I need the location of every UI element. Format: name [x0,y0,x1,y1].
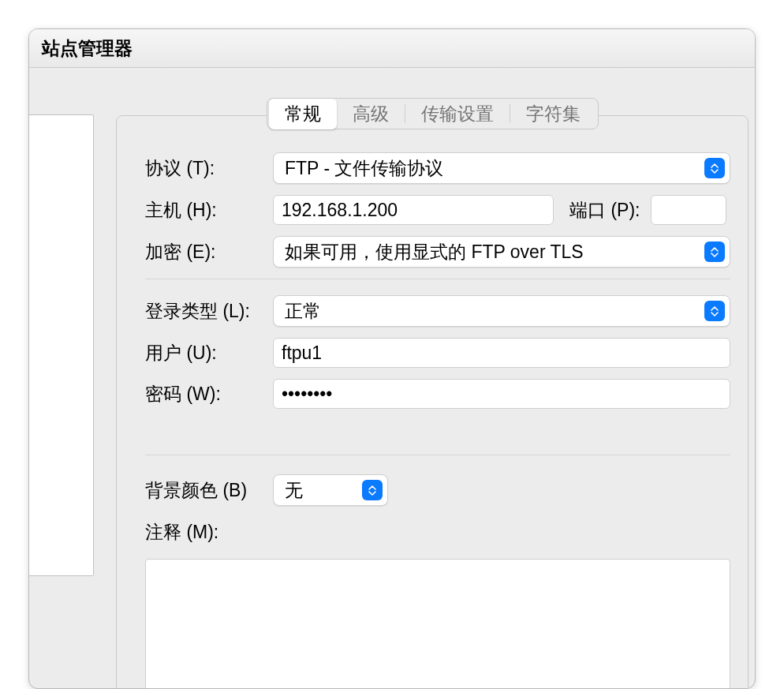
password-input[interactable] [273,379,730,409]
encryption-select-value: 如果可用，使用显式的 FTP over TLS [285,240,584,264]
row-encryption: 加密 (E): 如果可用，使用显式的 FTP over TLS [145,236,730,268]
port-input[interactable] [651,195,726,225]
bgcolor-select[interactable]: 无 [273,474,388,506]
tab-bar: 常规 高级 传输设置 字符集 [116,98,749,131]
separator [145,455,730,455]
details-tab-group: 常规 高级 传输设置 字符集 协议 (T): FTP - 文件传输协议 [116,98,749,689]
label-encryption: 加密 (E): [145,240,273,264]
host-input[interactable] [273,195,554,225]
row-protocol: 协议 (T): FTP - 文件传输协议 [145,152,730,184]
tab-charset[interactable]: 字符集 [510,99,596,129]
tab-transfer[interactable]: 传输设置 [405,99,510,129]
protocol-select[interactable]: FTP - 文件传输协议 [273,152,730,184]
label-host: 主机 (H): [145,198,273,223]
logintype-select[interactable]: 正常 [273,295,730,327]
bgcolor-select-value: 无 [285,478,303,503]
sites-list-panel[interactable] [29,114,94,576]
protocol-select-value: FTP - 文件传输协议 [285,156,443,181]
separator [145,279,730,279]
label-user: 用户 (U): [145,341,273,365]
logintype-select-value: 正常 [285,299,321,324]
encryption-select[interactable]: 如果可用，使用显式的 FTP over TLS [273,236,730,268]
updown-icon [704,158,725,178]
tab-general[interactable]: 常规 [269,99,337,129]
tab-pane-general: 协议 (T): FTP - 文件传输协议 主机 (H): [116,115,749,689]
user-input[interactable] [273,338,730,368]
tab-segment: 常规 高级 传输设置 字符集 [267,98,599,129]
comments-textarea[interactable] [145,559,730,689]
updown-icon [704,242,725,262]
label-comments: 注释 (M): [145,520,730,545]
row-user: 用户 (U): [145,338,730,368]
row-bgcolor: 背景颜色 (B) 无 [145,474,730,506]
window-title: 站点管理器 [42,36,133,61]
label-logintype: 登录类型 (L): [145,299,273,324]
titlebar: 站点管理器 [29,29,755,68]
row-logintype: 登录类型 (L): 正常 [145,295,730,327]
row-password: 密码 (W): [145,379,730,409]
updown-icon [362,480,383,500]
row-host: 主机 (H): 端口 (P): [145,195,730,225]
label-protocol: 协议 (T): [145,156,273,181]
site-manager-window: 站点管理器 常规 高级 传输设置 字符集 协议 (T): [28,28,756,689]
label-bgcolor: 背景颜色 (B) [145,478,273,503]
tab-advanced[interactable]: 高级 [337,99,405,129]
label-port: 端口 (P): [569,198,640,223]
updown-icon [704,301,725,321]
window-body: 常规 高级 传输设置 字符集 协议 (T): FTP - 文件传输协议 [29,68,755,688]
label-password: 密码 (W): [145,382,273,406]
